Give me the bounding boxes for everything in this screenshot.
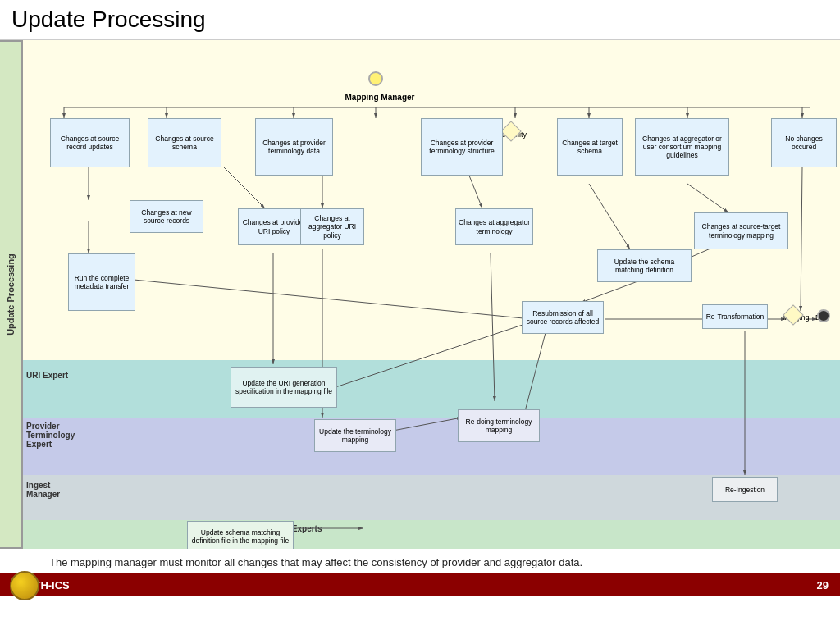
footer-bar: FORTH-ICS 29 <box>0 573 840 596</box>
mapping-manager-label: Mapping Manager <box>326 89 433 106</box>
page-title: Update Processing <box>0 0 840 40</box>
box-aggregator-uri-policy: Changes at aggregator URI policy <box>300 208 364 245</box>
box-aggregator-mapping: Changes at aggregator or user consortium… <box>635 118 729 176</box>
box-new-source-records: Changes at new source records <box>130 200 203 233</box>
box-changes-source-record: Changes at source record updates <box>50 118 130 167</box>
start-circle <box>368 71 383 86</box>
diagram-area: URI Expert Provider Terminology Expert I… <box>23 40 840 549</box>
box-re-doing-terminology: Re-doing terminology mapping <box>458 409 540 442</box>
box-no-changes: No changes occured <box>771 118 837 167</box>
swimlane-schema <box>23 520 840 549</box>
box-update-schema-matching: Update the schema matching definition <box>597 249 692 282</box>
box-provider-uri-policy: Changes at provider URI policy <box>238 208 310 245</box>
uri-expert-label: URI Expert <box>26 371 75 380</box>
footer-page: 29 <box>817 579 829 591</box>
footer-description: The mapping manager must monitor all cha… <box>0 549 840 573</box>
box-changes-target-schema: Changes at target schema <box>557 118 623 176</box>
box-update-schema-file: Update schema matching definition file i… <box>187 521 294 549</box>
swimlane-uri <box>23 360 840 418</box>
update-processing-label: Update Processing <box>6 253 16 336</box>
ingest-manager-label: Ingest Manager <box>26 481 80 499</box>
left-label: Update Processing <box>0 40 23 549</box>
end-circle <box>817 309 830 322</box>
box-aggregator-terminology: Changes at aggregator terminology <box>455 208 533 245</box>
box-changes-source-schema: Changes at source schema <box>148 118 221 167</box>
box-update-uri-generation: Update the URI generation specification … <box>231 367 337 408</box>
provider-terminology-label: Provider Terminology Expert <box>26 422 80 449</box>
box-changes-provider-terminology-structure: Changes at provider terminology structur… <box>421 118 503 176</box>
box-changes-provider-terminology-data: Changes at provider terminology data <box>255 118 333 176</box>
box-run-complete-metadata: Run the complete metadata transfer <box>68 253 135 311</box>
swimlane-provider <box>23 418 840 475</box>
box-resubmission: Resubmission of all source records affec… <box>522 301 604 334</box>
box-re-ingestion: Re-Ingestion <box>712 477 778 502</box>
box-source-target-mapping: Changes at source-target terminology map… <box>694 212 788 249</box>
box-re-transformation: Re-Transformation <box>702 304 768 329</box>
coin-icon <box>10 571 39 600</box>
box-update-terminology-mapping: Update the terminology mapping <box>314 419 396 452</box>
